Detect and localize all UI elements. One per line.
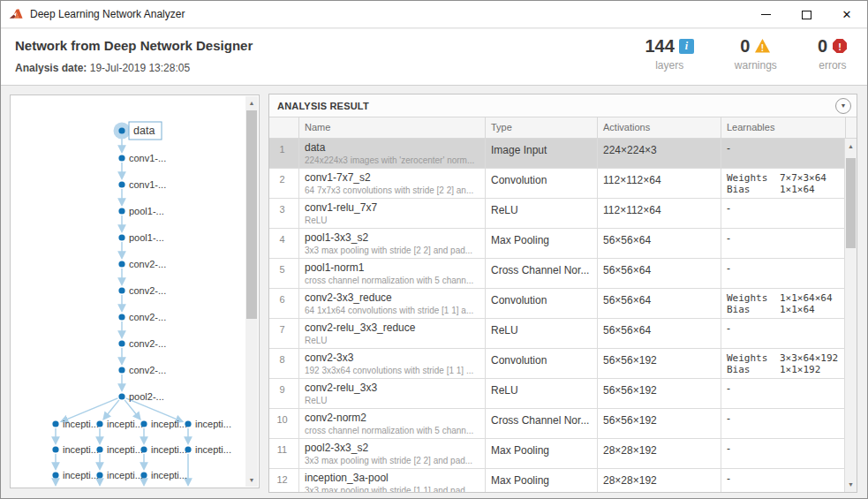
scroll-up-icon[interactable]: ▲ [845,140,857,153]
warning-icon: ! [754,38,771,54]
info-icon[interactable]: i [679,39,694,54]
diagram-node[interactable]: conv2-... [118,338,166,349]
diagram-node[interactable]: pool1-... [118,206,163,216]
node-label: incepti... [151,444,187,455]
diagram-node[interactable]: incepti... [140,419,187,429]
learnable-value: 7×7×3×64 [780,172,826,184]
table-row[interactable]: 9conv2-relu_3x3ReLUReLU56×56×192- [269,379,857,409]
cell-name: inception_3a-pool3x3 max pooling with st… [299,469,486,492]
layer-description: 3x3 max pooling with stride [1 1] and pa… [305,486,481,492]
table-row[interactable]: 5pool1-norm1cross channel normalization … [269,259,857,289]
diagram-node[interactable]: incepti... [140,470,187,480]
network-diagram: dataconv1-...conv1-...pool1-...pool1-...… [11,95,246,488]
table-row[interactable]: 11pool2-3x3_s23x3 max pooling with strid… [269,439,857,469]
diagram-node[interactable]: incepti... [140,444,187,455]
maximize-button[interactable] [786,1,826,28]
node-dot [140,420,147,427]
layer-activations: 56×56×192 [603,412,717,427]
diagram-node[interactable]: data [114,122,162,140]
diagram-node[interactable]: conv2-... [118,259,166,269]
diagram-node[interactable]: conv1-... [118,153,166,163]
node-label: incepti... [107,470,143,480]
node-label: incepti... [151,470,187,480]
learnable-key: Bias [727,364,780,375]
node-label: conv1-... [129,179,166,190]
node-dot [118,314,125,320]
diagram-node[interactable]: conv1-... [118,179,166,190]
cell-name: pool1-3x3_s23x3 max pooling with stride … [299,229,486,258]
learnable-none: - [727,142,842,155]
warnings-count: 0 [740,36,750,57]
column-header-learnables: Learnables [721,117,846,138]
cell-type: ReLU [486,199,598,228]
diagram-node[interactable]: incepti... [185,444,231,455]
node-dot [185,420,191,427]
cell-learnables: - [721,199,846,228]
diagram-node[interactable]: incepti... [185,419,231,429]
table-row[interactable]: 4pool1-3x3_s23x3 max pooling with stride… [269,229,857,259]
table-row[interactable]: 7conv2-relu_3x3_reduceReLUReLU56×56×64- [269,319,857,349]
row-number: 3 [269,199,299,228]
layer-description: cross channel normalization with 5 chann… [305,276,481,286]
cell-learnables: - [721,439,846,468]
cell-learnables: - [721,409,846,438]
cell-learnables: Weights3×3×64×192Bias1×1×192 [721,349,846,378]
diagram-node[interactable]: conv2-... [118,285,166,296]
diagram-scrollbar[interactable]: ▲ ▼ [245,96,258,487]
node-label: conv1-... [129,153,166,163]
layer-name: conv2-relu_3x3 [305,382,481,394]
diagram-node[interactable]: incepti... [52,444,99,455]
layer-description: ReLU [305,215,481,226]
diagram-node[interactable]: incepti... [96,419,143,429]
node-label: conv2-... [129,338,166,349]
node-dot [52,420,58,427]
cell-learnables: - [721,469,846,492]
table-row[interactable]: 8conv2-3x3192 3x3x64 convolutions with s… [269,349,857,379]
table-scrollbar[interactable]: ▲ ▼ [844,139,857,492]
cell-name: conv1-relu_7x7ReLU [299,199,486,228]
table-row[interactable]: 10conv2-norm2cross channel normalization… [269,409,857,439]
diagram-node[interactable]: conv2-... [118,312,166,322]
table-row[interactable]: 12inception_3a-pool3x3 max pooling with … [269,469,857,492]
minimize-button[interactable] [745,1,786,28]
table-row[interactable]: 6conv2-3x3_reduce64 1x1x64 convolutions … [269,289,857,319]
learnable-none: - [727,322,842,335]
cell-type: Convolution [486,349,598,378]
cell-learnables: Weights1×1×64×64Bias1×1×64 [721,289,846,318]
diagram-scrollbar-thumb[interactable] [246,110,257,319]
learnable-key: Weights [727,172,780,184]
diagram-node[interactable]: incepti... [96,444,143,455]
close-button[interactable]: ✕ [826,1,867,28]
node-label: incepti... [107,444,143,455]
layer-description: ReLU [305,396,481,406]
table-row[interactable]: 3conv1-relu_7x7ReLUReLU112×112×64- [269,199,857,229]
collapse-panel-button[interactable]: ▼ [835,98,851,114]
chevron-down-icon: ▼ [841,102,847,109]
table-row[interactable]: 2conv1-7x7_s264 7x7x3 convolutions with … [269,169,857,199]
scroll-down-icon[interactable]: ▼ [845,478,857,491]
layer-activations: 56×56×192 [603,382,717,397]
learnable-key: Weights [727,352,780,364]
cell-activations: 56×56×64 [598,259,721,288]
scroll-up-icon[interactable]: ▲ [245,96,258,110]
diagram-node[interactable]: incepti... [52,470,99,480]
diagram-node[interactable]: incepti... [96,470,143,480]
analysis-result-title: ANALYSIS RESULT [277,101,835,111]
scroll-down-icon[interactable]: ▼ [245,473,258,487]
table-scrollbar-thumb[interactable] [846,158,856,248]
node-label: conv2-... [129,259,166,269]
analysis-result-panel: ANALYSIS RESULT ▼ Name Type Activations … [268,94,857,493]
diagram-node[interactable]: incepti... [52,419,99,429]
node-dot [118,181,125,187]
cell-name: pool1-norm1cross channel normalization w… [299,259,486,288]
row-number: 9 [269,379,299,408]
cell-name: pool2-3x3_s23x3 max pooling with stride … [299,439,486,468]
table-row[interactable]: 1data224x224x3 images with 'zerocenter' … [269,139,857,169]
diagram-node[interactable]: pool1-... [118,232,163,243]
row-number: 2 [269,169,299,198]
errors-label: errors [819,59,846,72]
layer-activations: 56×56×64 [603,232,717,246]
node-label: incepti... [63,444,99,455]
diagram-node[interactable]: conv2-... [118,365,166,375]
title-bar: Deep Learning Network Analyzer ✕ [1,1,867,28]
